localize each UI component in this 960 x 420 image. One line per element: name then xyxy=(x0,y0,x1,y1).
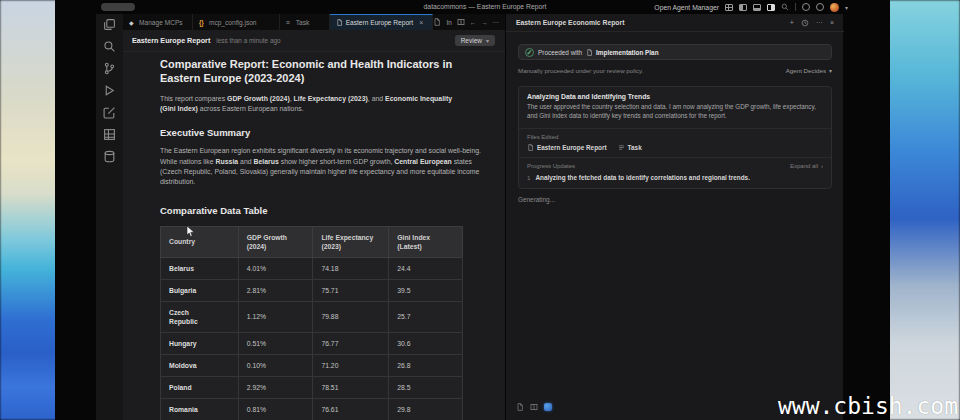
column-header: GDP Growth (2024) xyxy=(238,226,313,257)
collapse-icon: ‹ xyxy=(821,163,823,169)
country-cell: Bulgaria xyxy=(161,279,239,301)
app-window: datacommons — Eastern Europe Report Open… xyxy=(55,0,890,420)
plan-label: Implementation Plan xyxy=(596,49,659,56)
open-changes-icon[interactable] xyxy=(433,18,441,26)
value-cell: 78.51 xyxy=(313,376,389,398)
agent-panel-controls: + ··· × xyxy=(790,19,834,27)
titlebar-divider xyxy=(795,3,796,11)
avatar[interactable] xyxy=(830,3,839,12)
value-cell: 4.01% xyxy=(238,257,313,279)
policy-row: Manually proceeded under your review pol… xyxy=(518,67,832,74)
progress-head: Progress Updates Expand all ‹ xyxy=(527,163,823,169)
agent-panel-title: Eastern Europe Economic Report xyxy=(516,19,624,26)
progress-update-item[interactable]: 1Analyzing the fetched data to identify … xyxy=(527,174,823,181)
tab-bar: ◆ Manage MCPs {} mcp_config.json ≡ Task … xyxy=(123,14,505,30)
value-cell: 26.8 xyxy=(389,354,463,376)
policy-note: Manually proceeded under your review pol… xyxy=(518,67,643,74)
more-actions-icon[interactable]: ··· xyxy=(493,19,499,26)
mouse-cursor xyxy=(186,225,195,238)
value-cell: 2.81% xyxy=(238,279,313,301)
split-editor-icon[interactable] xyxy=(457,18,465,26)
proceeded-banner[interactable]: ✓ Proceeded with Implementation Plan xyxy=(518,44,832,60)
table-row: Bulgaria2.81%75.7139.5 xyxy=(161,279,463,301)
settings-icon[interactable] xyxy=(816,3,824,11)
tab-eastern-europe-report[interactable]: Eastern Europe Report × xyxy=(330,14,434,30)
activity-heading: Analyzing Data and Identifying Trends xyxy=(527,93,823,100)
app-badge-icon[interactable] xyxy=(544,403,552,411)
tab-manage-mcps[interactable]: ◆ Manage MCPs xyxy=(123,14,193,30)
files-edited-section: Files Edited Eastern Europe ReportTask xyxy=(519,129,831,157)
activity-bar xyxy=(96,14,123,420)
panel-left-icon[interactable] xyxy=(739,4,747,11)
avatar-chevron-icon[interactable]: ▾ xyxy=(845,4,848,11)
close-panel-icon[interactable]: × xyxy=(830,19,834,26)
column-header: Country xyxy=(161,226,239,257)
close-tab-icon[interactable]: × xyxy=(419,19,423,26)
open-agent-manager-button[interactable]: Open Agent Manager xyxy=(654,4,719,11)
panel-right-icon[interactable] xyxy=(767,4,775,11)
files-edited-row: Eastern Europe ReportTask xyxy=(527,144,823,151)
history-icon[interactable] xyxy=(801,19,809,27)
braces-icon: {} xyxy=(199,19,206,26)
table-row: Belarus4.01%74.1824.4 xyxy=(161,257,463,279)
value-cell: 28.5 xyxy=(389,376,463,398)
titlebar-controls: Open Agent Manager ▾ xyxy=(654,0,848,14)
back-icon[interactable]: ← xyxy=(470,19,476,26)
edit-square-icon[interactable] xyxy=(103,106,116,119)
edited-file-chip[interactable]: Eastern Europe Report xyxy=(527,144,607,151)
search-icon[interactable] xyxy=(781,3,789,11)
table-header-row: CountryGDP Growth (2024)Life Expectancy … xyxy=(161,226,463,257)
review-button[interactable]: Review ▾ xyxy=(455,35,495,46)
new-session-icon[interactable]: + xyxy=(790,19,794,26)
more-icon[interactable]: ··· xyxy=(816,19,823,26)
expand-all-label: Expand all xyxy=(790,163,818,169)
tab-label: Task xyxy=(296,19,310,26)
policy-mode-label: Agent Decides xyxy=(786,67,826,74)
value-cell: 76.61 xyxy=(313,398,389,420)
database-icon[interactable] xyxy=(103,150,116,163)
agent-panel: Eastern Europe Economic Report + ··· × ✓… xyxy=(505,14,843,420)
search-icon[interactable] xyxy=(103,40,116,53)
file-chip-label: Eastern Europe Report xyxy=(537,144,607,151)
report-title: Comparative Report: Economic and Health … xyxy=(160,58,484,85)
git-branch-icon[interactable] xyxy=(103,62,116,75)
inline-view-icon[interactable]: In xyxy=(446,19,451,26)
panel-layout-icon[interactable] xyxy=(530,403,538,411)
table-row: Romania0.81%76.6129.8 xyxy=(161,398,463,420)
policy-mode-dropdown[interactable]: Agent Decides ▾ xyxy=(786,67,832,74)
tab-mcp-config[interactable]: {} mcp_config.json xyxy=(193,14,280,30)
window-controls-pill[interactable] xyxy=(101,3,135,11)
tab-task[interactable]: ≡ Task xyxy=(280,14,330,30)
layout-grid-icon[interactable] xyxy=(725,4,733,11)
value-cell: 39.5 xyxy=(389,279,463,301)
value-cell: 0.51% xyxy=(238,332,313,354)
table-row: Hungary0.51%76.7730.6 xyxy=(161,332,463,354)
value-cell: 24.4 xyxy=(389,257,463,279)
desktop-wallpaper-left xyxy=(0,0,58,420)
debug-icon[interactable] xyxy=(103,84,116,97)
forward-icon[interactable]: → xyxy=(481,19,487,26)
report-intro: This report compares GDP Growth (2024), … xyxy=(160,94,464,113)
edited-file-chip[interactable]: Task xyxy=(618,144,642,151)
check-icon: ✓ xyxy=(525,48,534,57)
files-edited-label: Files Edited xyxy=(527,134,823,140)
document-title: Eastern Europe Report xyxy=(132,36,210,45)
activity-card: Analyzing Data and Identifying Trends Th… xyxy=(518,86,832,189)
grid-icon[interactable] xyxy=(103,128,116,141)
value-cell: 74.18 xyxy=(313,257,389,279)
country-cell: Romania xyxy=(161,398,239,420)
file-icon xyxy=(336,19,343,26)
value-cell: 29.8 xyxy=(389,398,463,420)
table-row: Czech Republic1.12%79.8825.7 xyxy=(161,301,463,332)
new-file-icon[interactable] xyxy=(516,403,524,411)
expand-all-button[interactable]: Expand all ‹ xyxy=(790,163,823,169)
account-icon[interactable] xyxy=(802,3,810,11)
implementation-plan-chip[interactable]: Implementation Plan xyxy=(586,49,659,56)
copy-icon[interactable] xyxy=(103,18,116,31)
progress-updates-label: Progress Updates xyxy=(527,163,575,169)
panel-bottom-icon[interactable] xyxy=(753,4,761,11)
value-cell: 71.20 xyxy=(313,354,389,376)
table-row: Poland2.92%78.5128.5 xyxy=(161,376,463,398)
value-cell: 0.81% xyxy=(238,398,313,420)
country-cell: Poland xyxy=(161,376,239,398)
